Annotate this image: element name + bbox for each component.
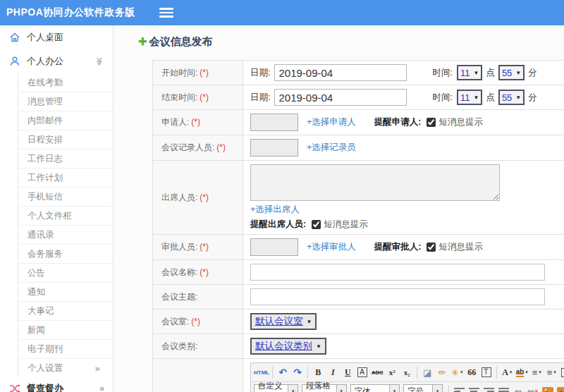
blockquote-button[interactable]: 66 [465, 366, 479, 379]
required-mark: (*) [200, 92, 209, 102]
dropdown-arrow-icon: ▾ [336, 385, 346, 392]
sidebar-item-desktop[interactable]: 个人桌面 [0, 25, 113, 49]
html-source-button[interactable]: HTML [254, 366, 269, 379]
sidebar-item-label: 个人办公 [27, 55, 63, 68]
dropdown-arrow-icon: ▾ [288, 385, 298, 392]
sidebar-item-memorabilia[interactable]: 大事记 [18, 302, 113, 321]
meeting-room-select[interactable]: 默认会议室▼ [250, 313, 317, 330]
new-page-icon[interactable] [559, 366, 564, 379]
sidebar-item-messages[interactable]: 消息管理 [18, 92, 113, 111]
top-bar: PHPOA协同办公软件政务版 [0, 0, 564, 25]
select-arrow-icon: ▼ [473, 70, 479, 76]
start-hour-select[interactable]: 11▼ [457, 65, 482, 80]
dropdown-arrow-icon: ▾ [460, 369, 463, 375]
select-approver-link[interactable]: +选择审批人 [307, 241, 356, 253]
brush-icon[interactable]: ✏ [435, 366, 449, 379]
end-minute-select[interactable]: 55▼ [498, 90, 525, 105]
align-justify-button[interactable] [496, 385, 510, 392]
select-arrow-icon: ▼ [515, 94, 521, 101]
align-center-button[interactable] [467, 385, 481, 392]
align-right-button[interactable] [482, 385, 496, 392]
sidebar-item-schedule[interactable]: 日程安排 [18, 130, 113, 149]
highlight-button[interactable]: ab▾ [515, 366, 529, 379]
upload-image-icon[interactable] [556, 385, 564, 392]
select-attendees-link[interactable]: +选择出席人 [250, 204, 564, 216]
sidebar-item-contacts[interactable]: 通讯录 [18, 226, 113, 245]
heading-style-combo[interactable]: 自定义标题▾ [254, 384, 298, 392]
application-window: PHPOA协同办公软件政务版 个人桌面 个人办公 ≫ 在线考勤 消息管理 [0, 0, 564, 392]
page-title: ✚ 会议信息发布 [138, 32, 564, 51]
hamburger-menu-icon[interactable] [159, 8, 173, 18]
strikethrough-button[interactable]: ABC [370, 366, 384, 379]
required-mark: (*) [200, 192, 209, 202]
main-content: ✚ 会议信息发布 开始时间:(*) 日期: 时间: 11▼ 点 55▼ [114, 25, 564, 392]
end-hour-select[interactable]: 11▼ [457, 90, 482, 105]
applicant-sms-checkbox[interactable] [427, 118, 436, 127]
row-approver: 审批人员:(*) +选择审批人 提醒审批人: 短消息提示 [153, 235, 564, 260]
sidebar-item-news[interactable]: 新闻 [18, 321, 113, 340]
sidebar-item-announcement[interactable]: 公告 [18, 264, 113, 283]
insert-image-icon[interactable] [541, 385, 555, 392]
align-left-button[interactable] [452, 385, 466, 392]
row-recorder: 会议记录人员:(*) +选择记录员 [153, 135, 564, 161]
sidebar-item-conference-service[interactable]: 会务服务 [18, 245, 113, 264]
dropdown-arrow-icon: ▾ [553, 369, 556, 375]
font-family-combo[interactable]: 字体▾ [350, 384, 400, 392]
meeting-subject-input[interactable] [250, 288, 545, 305]
meeting-name-input[interactable] [250, 264, 545, 281]
font-size-combo[interactable]: 字号▾ [403, 384, 443, 392]
row-meeting-name: 会议名称:(*) [153, 260, 564, 285]
sidebar-item-sms[interactable]: 手机短信 [18, 188, 113, 207]
row-meeting-category: 会议类别: 默认会议类别▼ [153, 334, 564, 359]
chevron-right-icon: » [95, 363, 100, 374]
sidebar-item-notice[interactable]: 通知 [18, 283, 113, 302]
unordered-list-button[interactable]: ≡▾ [544, 366, 558, 379]
sidebar-item-e-journal[interactable]: 电子期刊 [18, 340, 113, 359]
paste-button[interactable]: T [482, 367, 491, 377]
end-date-input[interactable] [274, 89, 407, 106]
eraser-icon[interactable]: ◪ [420, 366, 434, 379]
select-arrow-icon: ▼ [515, 70, 521, 76]
select-applicant-link[interactable]: +选择申请人 [307, 116, 356, 128]
bold-button[interactable]: B [311, 366, 325, 379]
sidebar-item-label: 个人桌面 [27, 31, 63, 44]
sidebar-item-work-plan[interactable]: 工作计划 [18, 169, 113, 188]
applicant-input[interactable] [250, 114, 298, 131]
sidebar-item-file-cabinet[interactable]: 个人文件柜 [18, 207, 113, 226]
sidebar-item-personal-settings[interactable]: 个人设置 » [18, 359, 113, 378]
sidebar-item-attendance[interactable]: 在线考勤 [18, 73, 113, 92]
approver-sms-checkbox[interactable] [427, 243, 436, 252]
underline-button[interactable]: U [341, 366, 355, 379]
unlink-icon[interactable]: ∞✕ [526, 385, 540, 392]
remove-format-button[interactable]: A [357, 367, 367, 377]
superscript-button[interactable]: x² [385, 366, 399, 379]
sidebar-item-office[interactable]: 个人办公 ≫ [0, 49, 113, 73]
redo-icon[interactable]: ↷ [290, 366, 305, 379]
font-color-button[interactable]: A▾ [500, 366, 514, 379]
select-recorder-link[interactable]: +选择记录员 [307, 142, 356, 154]
approver-input[interactable] [250, 238, 298, 256]
start-date-input[interactable] [274, 64, 407, 81]
office-submenu: 在线考勤 消息管理 内部邮件 日程安排 工作日志 工作计划 手机短信 个人文件柜… [18, 73, 113, 378]
row-start-time: 开始时间:(*) 日期: 时间: 11▼ 点 55▼ 分 [153, 61, 564, 85]
subscript-button[interactable]: x₂ [400, 366, 414, 379]
dropdown-arrow-icon: ▾ [389, 385, 399, 392]
required-mark: (*) [191, 317, 200, 326]
sidebar-item-supervision[interactable]: 督查督办 » [0, 378, 113, 392]
sidebar-item-work-log[interactable]: 工作日志 [18, 149, 113, 169]
undo-icon[interactable]: ↶ [276, 366, 290, 379]
sidebar-item-internal-mail[interactable]: 内部邮件 [18, 111, 113, 130]
attendees-textarea[interactable] [250, 164, 500, 201]
format-painter-icon[interactable]: ✳▾ [450, 366, 464, 379]
dropdown-arrow-icon: ▾ [539, 369, 541, 375]
italic-button[interactable]: I [326, 366, 340, 379]
paragraph-format-combo[interactable]: 段落格式▾ [302, 384, 346, 392]
editor-toolbar-row-2: 自定义标题▾ 段落格式▾ 字体▾ 字号▾ ∞ ∞✕ [251, 382, 564, 392]
required-mark: (*) [191, 117, 200, 127]
link-icon[interactable]: ∞ [511, 385, 525, 392]
meeting-category-select[interactable]: 默认会议类别▼ [250, 338, 326, 355]
ordered-list-button[interactable]: ≡▾ [529, 366, 544, 379]
start-minute-select[interactable]: 55▼ [498, 65, 525, 80]
attendees-sms-checkbox[interactable] [312, 220, 321, 229]
recorder-input[interactable] [250, 139, 298, 157]
